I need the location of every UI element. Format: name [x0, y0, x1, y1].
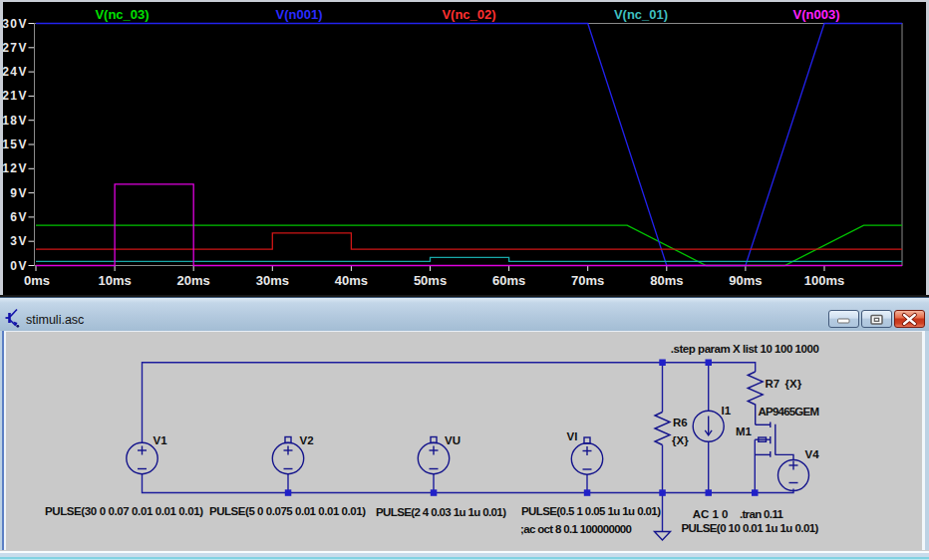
svg-text:PULSE(0 10 0.01 1u 1u 0.01): PULSE(0 10 0.01 1u 1u 0.01)	[681, 522, 818, 534]
svg-text:;ac oct 8 0.1 100000000: ;ac oct 8 0.1 100000000	[520, 523, 632, 535]
svg-text:10ms: 10ms	[98, 273, 131, 288]
svg-text:.tran 0.11: .tran 0.11	[740, 508, 784, 520]
svg-text:{X}: {X}	[785, 378, 802, 390]
svg-text:30V: 30V	[2, 17, 28, 31]
svg-text:27V: 27V	[2, 41, 28, 55]
svg-text:V2: V2	[300, 434, 314, 446]
svg-text:30ms: 30ms	[256, 273, 289, 288]
svg-text:9V: 9V	[10, 186, 28, 200]
svg-text:.step param X list 10 100 1000: .step param X list 10 100 1000	[671, 343, 819, 355]
svg-text:PULSE(5 0 0.075 0.01 0.01 0.01: PULSE(5 0 0.075 0.01 0.01 0.01)	[209, 505, 366, 517]
svg-text:24V: 24V	[2, 65, 28, 79]
svg-text:0V: 0V	[10, 259, 28, 273]
svg-text:VI: VI	[567, 430, 578, 442]
svg-text:{X}: {X}	[672, 434, 689, 446]
svg-text:50ms: 50ms	[414, 273, 447, 288]
svg-text:PULSE(2 4 0.03 1u 1u 0.01): PULSE(2 4 0.03 1u 1u 0.01)	[376, 506, 506, 518]
svg-text:V(nc_01): V(nc_01)	[614, 7, 668, 22]
svg-text:60ms: 60ms	[492, 273, 525, 288]
svg-text:M1: M1	[736, 425, 753, 437]
svg-text:3V: 3V	[10, 234, 28, 248]
svg-text:6V: 6V	[10, 210, 28, 224]
svg-text:V(nc_02): V(nc_02)	[442, 7, 495, 22]
svg-text:18V: 18V	[2, 114, 28, 128]
svg-text:V(nc_03): V(nc_03)	[95, 7, 149, 22]
svg-text:70ms: 70ms	[571, 273, 604, 288]
svg-text:R7: R7	[766, 378, 780, 390]
svg-text:21V: 21V	[2, 89, 28, 103]
svg-text:90ms: 90ms	[729, 273, 762, 288]
svg-text:20ms: 20ms	[177, 273, 210, 288]
svg-text:100ms: 100ms	[804, 273, 844, 288]
svg-text:VU: VU	[445, 434, 461, 446]
svg-text:PULSE(0.5 1 0.05 1u 1u 0.01): PULSE(0.5 1 0.05 1u 1u 0.01)	[521, 505, 661, 517]
svg-text:40ms: 40ms	[335, 273, 368, 288]
svg-text:80ms: 80ms	[650, 273, 683, 288]
svg-text:AC 1 0: AC 1 0	[693, 508, 729, 520]
svg-text:R6: R6	[673, 417, 688, 428]
svg-text:15V: 15V	[2, 138, 28, 151]
svg-text:V(n001): V(n001)	[276, 7, 323, 22]
svg-text:AP9465GEM: AP9465GEM	[759, 406, 820, 418]
svg-text:V1: V1	[154, 434, 168, 446]
svg-text:0ms: 0ms	[24, 273, 50, 288]
svg-text:V(n003): V(n003)	[793, 7, 840, 22]
svg-text:12V: 12V	[2, 161, 28, 175]
svg-text:V4: V4	[805, 448, 820, 460]
svg-text:PULSE(30 0 0.07 0.01 0.01 0.01: PULSE(30 0 0.07 0.01 0.01 0.01)	[45, 505, 203, 517]
svg-text:I1: I1	[722, 405, 732, 417]
